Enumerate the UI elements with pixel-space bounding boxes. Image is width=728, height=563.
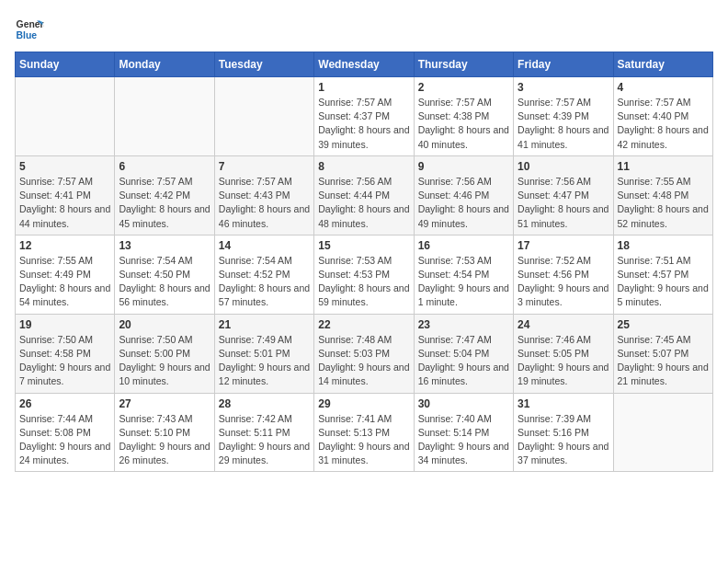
calendar-cell: 20Sunrise: 7:50 AM Sunset: 5:00 PM Dayli… xyxy=(115,314,214,393)
day-number: 27 xyxy=(119,397,210,410)
calendar-cell: 30Sunrise: 7:40 AM Sunset: 5:14 PM Dayli… xyxy=(414,393,513,472)
calendar-cell: 26Sunrise: 7:44 AM Sunset: 5:08 PM Dayli… xyxy=(16,393,115,472)
calendar-cell: 14Sunrise: 7:54 AM Sunset: 4:52 PM Dayli… xyxy=(214,235,313,314)
day-number: 26 xyxy=(19,397,110,410)
day-number: 3 xyxy=(518,81,609,94)
day-number: 20 xyxy=(119,318,210,331)
calendar-cell xyxy=(613,393,712,472)
day-info: Sunrise: 7:52 AM Sunset: 4:56 PM Dayligh… xyxy=(518,254,609,310)
calendar-cell: 4Sunrise: 7:57 AM Sunset: 4:40 PM Daylig… xyxy=(613,77,712,156)
day-info: Sunrise: 7:48 AM Sunset: 5:03 PM Dayligh… xyxy=(318,333,409,389)
calendar-body: 1Sunrise: 7:57 AM Sunset: 4:37 PM Daylig… xyxy=(16,77,713,472)
weekday-header-saturday: Saturday xyxy=(613,52,712,77)
calendar-cell: 12Sunrise: 7:55 AM Sunset: 4:49 PM Dayli… xyxy=(16,235,115,314)
day-number: 7 xyxy=(219,160,310,173)
day-info: Sunrise: 7:39 AM Sunset: 5:16 PM Dayligh… xyxy=(518,412,609,468)
day-info: Sunrise: 7:57 AM Sunset: 4:40 PM Dayligh… xyxy=(618,96,709,152)
weekday-header-wednesday: Wednesday xyxy=(314,52,414,77)
day-number: 25 xyxy=(618,318,709,331)
day-number: 12 xyxy=(19,239,110,252)
day-number: 17 xyxy=(518,239,609,252)
weekday-header-row: SundayMondayTuesdayWednesdayThursdayFrid… xyxy=(16,52,713,77)
day-number: 18 xyxy=(618,239,709,252)
day-info: Sunrise: 7:57 AM Sunset: 4:38 PM Dayligh… xyxy=(418,96,509,152)
calendar-cell: 18Sunrise: 7:51 AM Sunset: 4:57 PM Dayli… xyxy=(613,235,712,314)
day-info: Sunrise: 7:57 AM Sunset: 4:39 PM Dayligh… xyxy=(518,96,609,152)
day-number: 29 xyxy=(318,397,409,410)
day-number: 31 xyxy=(518,397,609,410)
logo-icon: General Blue xyxy=(15,15,44,44)
weekday-header-sunday: Sunday xyxy=(16,52,115,77)
calendar-cell: 1Sunrise: 7:57 AM Sunset: 4:37 PM Daylig… xyxy=(314,77,414,156)
day-number: 8 xyxy=(318,160,409,173)
calendar-cell: 19Sunrise: 7:50 AM Sunset: 4:58 PM Dayli… xyxy=(16,314,115,393)
calendar-cell: 8Sunrise: 7:56 AM Sunset: 4:44 PM Daylig… xyxy=(314,155,414,235)
day-number: 30 xyxy=(418,397,509,410)
day-number: 4 xyxy=(618,81,709,94)
calendar-cell: 5Sunrise: 7:57 AM Sunset: 4:41 PM Daylig… xyxy=(16,155,115,235)
day-number: 14 xyxy=(219,239,310,252)
day-info: Sunrise: 7:57 AM Sunset: 4:42 PM Dayligh… xyxy=(119,175,210,231)
day-info: Sunrise: 7:54 AM Sunset: 4:52 PM Dayligh… xyxy=(219,254,310,310)
day-number: 6 xyxy=(119,160,210,173)
day-info: Sunrise: 7:56 AM Sunset: 4:44 PM Dayligh… xyxy=(318,175,409,231)
logo: General Blue xyxy=(15,15,48,44)
calendar-week-1: 5Sunrise: 7:57 AM Sunset: 4:41 PM Daylig… xyxy=(16,155,713,235)
weekday-header-thursday: Thursday xyxy=(414,52,513,77)
svg-text:Blue: Blue xyxy=(17,30,38,40)
day-info: Sunrise: 7:50 AM Sunset: 5:00 PM Dayligh… xyxy=(119,333,210,389)
calendar-cell: 27Sunrise: 7:43 AM Sunset: 5:10 PM Dayli… xyxy=(115,393,214,472)
day-number: 21 xyxy=(219,318,310,331)
calendar-cell: 29Sunrise: 7:41 AM Sunset: 5:13 PM Dayli… xyxy=(314,393,414,472)
calendar-header: SundayMondayTuesdayWednesdayThursdayFrid… xyxy=(16,52,713,77)
day-info: Sunrise: 7:57 AM Sunset: 4:43 PM Dayligh… xyxy=(219,175,310,231)
calendar-cell: 10Sunrise: 7:56 AM Sunset: 4:47 PM Dayli… xyxy=(514,155,613,235)
day-number: 28 xyxy=(219,397,310,410)
day-info: Sunrise: 7:43 AM Sunset: 5:10 PM Dayligh… xyxy=(119,412,210,468)
calendar-cell: 25Sunrise: 7:45 AM Sunset: 5:07 PM Dayli… xyxy=(613,314,712,393)
day-info: Sunrise: 7:45 AM Sunset: 5:07 PM Dayligh… xyxy=(618,333,709,389)
calendar-cell xyxy=(115,77,214,156)
day-info: Sunrise: 7:40 AM Sunset: 5:14 PM Dayligh… xyxy=(418,412,509,468)
calendar-week-0: 1Sunrise: 7:57 AM Sunset: 4:37 PM Daylig… xyxy=(16,77,713,156)
calendar-cell: 15Sunrise: 7:53 AM Sunset: 4:53 PM Dayli… xyxy=(314,235,414,314)
day-info: Sunrise: 7:44 AM Sunset: 5:08 PM Dayligh… xyxy=(19,412,110,468)
day-info: Sunrise: 7:56 AM Sunset: 4:47 PM Dayligh… xyxy=(518,175,609,231)
day-number: 9 xyxy=(418,160,509,173)
calendar-cell: 24Sunrise: 7:46 AM Sunset: 5:05 PM Dayli… xyxy=(514,314,613,393)
day-info: Sunrise: 7:53 AM Sunset: 4:53 PM Dayligh… xyxy=(318,254,409,310)
calendar-week-3: 19Sunrise: 7:50 AM Sunset: 4:58 PM Dayli… xyxy=(16,314,713,393)
day-number: 23 xyxy=(418,318,509,331)
day-info: Sunrise: 7:46 AM Sunset: 5:05 PM Dayligh… xyxy=(518,333,609,389)
day-info: Sunrise: 7:53 AM Sunset: 4:54 PM Dayligh… xyxy=(418,254,509,310)
calendar-cell: 2Sunrise: 7:57 AM Sunset: 4:38 PM Daylig… xyxy=(414,77,513,156)
calendar-cell: 3Sunrise: 7:57 AM Sunset: 4:39 PM Daylig… xyxy=(514,77,613,156)
day-info: Sunrise: 7:57 AM Sunset: 4:41 PM Dayligh… xyxy=(19,175,110,231)
calendar-cell: 9Sunrise: 7:56 AM Sunset: 4:46 PM Daylig… xyxy=(414,155,513,235)
calendar-cell: 31Sunrise: 7:39 AM Sunset: 5:16 PM Dayli… xyxy=(514,393,613,472)
calendar-table: SundayMondayTuesdayWednesdayThursdayFrid… xyxy=(15,52,713,472)
day-info: Sunrise: 7:41 AM Sunset: 5:13 PM Dayligh… xyxy=(318,412,409,468)
calendar-week-4: 26Sunrise: 7:44 AM Sunset: 5:08 PM Dayli… xyxy=(16,393,713,472)
calendar-cell: 13Sunrise: 7:54 AM Sunset: 4:50 PM Dayli… xyxy=(115,235,214,314)
day-info: Sunrise: 7:55 AM Sunset: 4:48 PM Dayligh… xyxy=(618,175,709,231)
calendar-cell: 21Sunrise: 7:49 AM Sunset: 5:01 PM Dayli… xyxy=(214,314,313,393)
calendar-cell: 28Sunrise: 7:42 AM Sunset: 5:11 PM Dayli… xyxy=(214,393,313,472)
day-number: 22 xyxy=(318,318,409,331)
day-info: Sunrise: 7:49 AM Sunset: 5:01 PM Dayligh… xyxy=(219,333,310,389)
day-info: Sunrise: 7:47 AM Sunset: 5:04 PM Dayligh… xyxy=(418,333,509,389)
calendar-cell: 17Sunrise: 7:52 AM Sunset: 4:56 PM Dayli… xyxy=(514,235,613,314)
day-number: 5 xyxy=(19,160,110,173)
calendar-cell: 7Sunrise: 7:57 AM Sunset: 4:43 PM Daylig… xyxy=(214,155,313,235)
weekday-header-monday: Monday xyxy=(115,52,214,77)
day-info: Sunrise: 7:54 AM Sunset: 4:50 PM Dayligh… xyxy=(119,254,210,310)
day-number: 2 xyxy=(418,81,509,94)
calendar-cell xyxy=(214,77,313,156)
calendar-week-2: 12Sunrise: 7:55 AM Sunset: 4:49 PM Dayli… xyxy=(16,235,713,314)
day-number: 24 xyxy=(518,318,609,331)
day-number: 16 xyxy=(418,239,509,252)
calendar-cell: 6Sunrise: 7:57 AM Sunset: 4:42 PM Daylig… xyxy=(115,155,214,235)
calendar-cell: 23Sunrise: 7:47 AM Sunset: 5:04 PM Dayli… xyxy=(414,314,513,393)
day-info: Sunrise: 7:56 AM Sunset: 4:46 PM Dayligh… xyxy=(418,175,509,231)
calendar-cell: 16Sunrise: 7:53 AM Sunset: 4:54 PM Dayli… xyxy=(414,235,513,314)
